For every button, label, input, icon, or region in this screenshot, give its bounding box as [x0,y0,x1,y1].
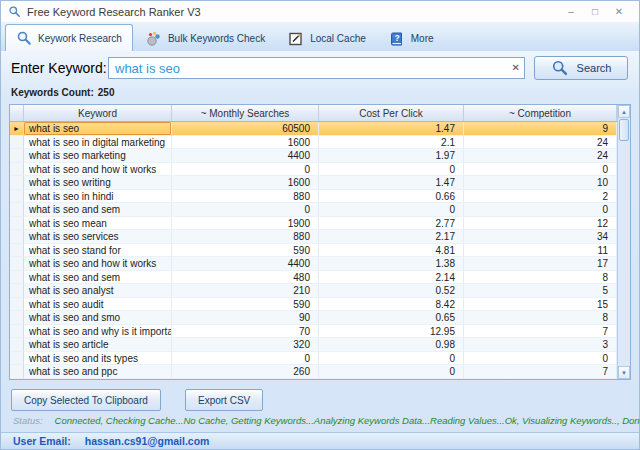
cell-competition[interactable]: 3 [464,338,617,352]
cell-monthly-searches[interactable]: 60500 [172,122,319,136]
cell-competition[interactable]: 7 [464,365,617,379]
table-row[interactable]: ►what is seo605001.479 [10,122,617,136]
row-selector[interactable] [10,163,24,177]
cell-competition[interactable]: 7 [464,325,617,339]
table-row[interactable]: what is seo mean19002.7712 [10,217,617,231]
table-row[interactable]: what is seo and how it works44001.3817 [10,257,617,271]
table-row[interactable]: what is seo and its types000 [10,352,617,366]
cell-keyword[interactable]: what is seo audit [24,298,172,312]
cell-competition[interactable]: 11 [464,244,617,258]
header-monthly-searches[interactable]: ~ Monthly Searches [172,105,319,121]
row-selector[interactable] [10,298,24,312]
search-button[interactable]: Search [534,56,628,80]
row-selector[interactable] [10,325,24,339]
cell-keyword[interactable]: what is seo and how it works [24,257,172,271]
cell-monthly-searches[interactable]: 4400 [172,149,319,163]
row-selector[interactable] [10,338,24,352]
row-selector[interactable] [10,352,24,366]
cell-competition[interactable]: 2 [464,190,617,204]
header-competition[interactable]: ~ Competition [464,105,617,121]
cell-keyword[interactable]: what is seo services [24,230,172,244]
cell-cost-per-click[interactable]: 1.97 [319,149,464,163]
vertical-scrollbar[interactable]: ▲ ▼ [617,105,630,379]
cell-monthly-searches[interactable]: 90 [172,311,319,325]
close-button[interactable]: ✕ [607,3,631,19]
cell-competition[interactable]: 34 [464,230,617,244]
row-selector[interactable] [10,190,24,204]
cell-competition[interactable]: 24 [464,149,617,163]
cell-monthly-searches[interactable]: 0 [172,203,319,217]
row-selector[interactable] [10,311,24,325]
table-row[interactable]: what is seo and sem000 [10,203,617,217]
cell-cost-per-click[interactable]: 2.14 [319,271,464,285]
cell-keyword[interactable]: what is seo in digital marketing [24,136,172,150]
cell-competition[interactable]: 9 [464,122,617,136]
cell-monthly-searches[interactable]: 0 [172,163,319,177]
cell-keyword[interactable]: what is seo in hindi [24,190,172,204]
table-row[interactable]: what is seo in digital marketing16002.12… [10,136,617,150]
cell-competition[interactable]: 24 [464,136,617,150]
row-selector[interactable] [10,271,24,285]
tab-bulk-keywords-check[interactable]: Bulk Keywords Check [136,26,275,51]
row-selector[interactable] [10,203,24,217]
header-keyword[interactable]: Keyword [24,105,172,121]
table-row[interactable]: what is seo marketing44001.9724 [10,149,617,163]
row-selector[interactable] [10,217,24,231]
cell-competition[interactable]: 0 [464,163,617,177]
cell-cost-per-click[interactable]: 0.66 [319,190,464,204]
cell-cost-per-click[interactable]: 0.65 [319,311,464,325]
table-row[interactable]: what is seo and why is it important7012.… [10,325,617,339]
copy-selected-button[interactable]: Copy Selected To Clipboard [11,389,161,411]
cell-cost-per-click[interactable]: 0.98 [319,338,464,352]
maximize-button[interactable]: □ [583,3,607,19]
row-selector[interactable] [10,136,24,150]
cell-monthly-searches[interactable]: 4400 [172,257,319,271]
row-selector[interactable] [10,176,24,190]
tab-local-cache[interactable]: Local Cache [278,26,376,51]
scroll-up-icon[interactable]: ▲ [618,105,630,118]
table-row[interactable]: what is seo article3200.983 [10,338,617,352]
cell-cost-per-click[interactable]: 12.95 [319,325,464,339]
table-row[interactable]: what is seo and how it works000 [10,163,617,177]
cell-monthly-searches[interactable]: 480 [172,271,319,285]
table-row[interactable]: what is seo analyst2100.525 [10,284,617,298]
cell-keyword[interactable]: what is seo mean [24,217,172,231]
scrollbar-thumb[interactable] [619,119,629,141]
cell-competition[interactable]: 10 [464,176,617,190]
cell-cost-per-click[interactable]: 2.77 [319,217,464,231]
cell-keyword[interactable]: what is seo and its types [24,352,172,366]
cell-cost-per-click[interactable]: 0 [319,365,464,379]
cell-cost-per-click[interactable]: 8.42 [319,298,464,312]
cell-competition[interactable]: 8 [464,271,617,285]
table-row[interactable]: what is seo and sem4802.148 [10,271,617,285]
table-row[interactable]: what is seo and ppc26007 [10,365,617,379]
tab-more[interactable]: ? More [379,26,444,51]
cell-cost-per-click[interactable]: 1.47 [319,122,464,136]
scroll-down-icon[interactable]: ▼ [618,366,630,379]
cell-keyword[interactable]: what is seo marketing [24,149,172,163]
cell-cost-per-click[interactable]: 2.1 [319,136,464,150]
cell-monthly-searches[interactable]: 1600 [172,176,319,190]
cell-monthly-searches[interactable]: 590 [172,244,319,258]
cell-monthly-searches[interactable]: 0 [172,352,319,366]
clear-input-icon[interactable]: ✕ [512,61,520,74]
cell-competition[interactable]: 15 [464,298,617,312]
cell-monthly-searches[interactable]: 880 [172,230,319,244]
cell-competition[interactable]: 8 [464,311,617,325]
cell-keyword[interactable]: what is seo [24,122,172,136]
cell-cost-per-click[interactable]: 0 [319,352,464,366]
cell-cost-per-click[interactable]: 4.81 [319,244,464,258]
table-row[interactable]: what is seo services8802.1734 [10,230,617,244]
cell-keyword[interactable]: what is seo and smo [24,311,172,325]
table-row[interactable]: what is seo audit5908.4215 [10,298,617,312]
minimize-button[interactable]: – [559,3,583,19]
cell-cost-per-click[interactable]: 0 [319,203,464,217]
cell-cost-per-click[interactable]: 2.17 [319,230,464,244]
table-row[interactable]: what is seo in hindi8800.662 [10,190,617,204]
row-selector[interactable] [10,257,24,271]
row-selector[interactable] [10,244,24,258]
row-selector[interactable] [10,284,24,298]
header-cost-per-click[interactable]: Cost Per Click [319,105,464,121]
cell-cost-per-click[interactable]: 0 [319,163,464,177]
cell-keyword[interactable]: what is seo article [24,338,172,352]
